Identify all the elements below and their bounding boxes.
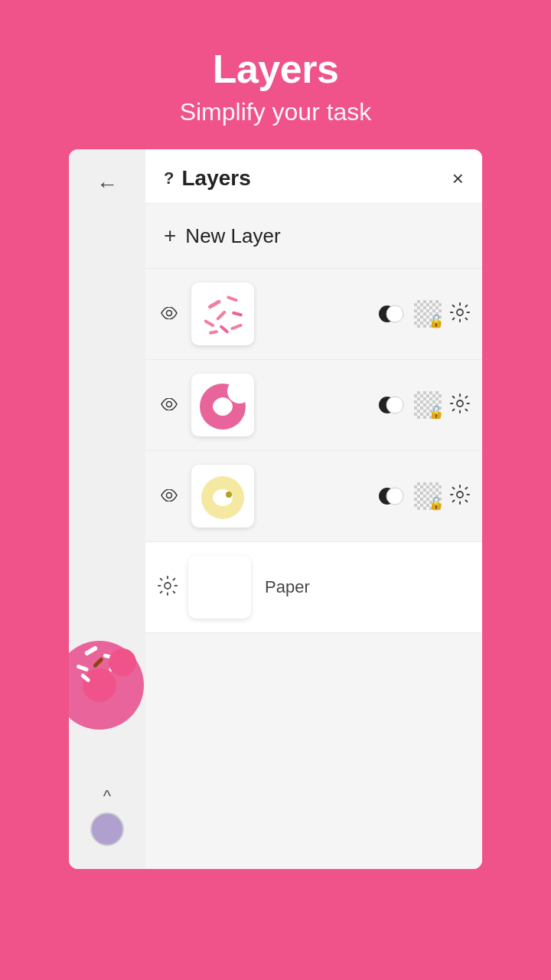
- transparency-lock-icon[interactable]: 🔓: [413, 390, 442, 420]
- new-layer-bar[interactable]: + New Layer: [145, 204, 482, 269]
- donut-preview: [69, 593, 145, 746]
- help-icon[interactable]: ?: [164, 168, 174, 188]
- chevron-up-icon[interactable]: ^: [103, 786, 111, 806]
- main-panel: ? Layers × + New Layer: [145, 149, 482, 869]
- svg-point-20: [386, 305, 403, 322]
- svg-point-25: [227, 379, 252, 403]
- svg-point-35: [386, 488, 403, 505]
- eye-icon[interactable]: [158, 305, 181, 323]
- close-button[interactable]: ×: [452, 168, 464, 188]
- header-section: Layers Simplify your task: [0, 0, 551, 149]
- blend-mode-icon[interactable]: [377, 299, 406, 328]
- eye-icon[interactable]: [158, 397, 181, 414]
- settings-icon[interactable]: [450, 485, 470, 508]
- donut-yellow-thumb: [192, 466, 253, 527]
- transparency-lock-icon[interactable]: 🔓: [413, 482, 442, 511]
- svg-point-1: [83, 668, 116, 702]
- sprinkles-thumb: [192, 283, 253, 345]
- svg-point-29: [167, 492, 172, 498]
- settings-icon[interactable]: [450, 302, 470, 326]
- layer-icons-2: 🔓: [377, 390, 470, 420]
- layer-row: 🔓: [145, 360, 482, 451]
- subtitle: Simplify your task: [180, 98, 372, 126]
- left-sidebar: ← ^: [69, 149, 145, 869]
- back-button[interactable]: ←: [96, 172, 118, 197]
- svg-point-28: [386, 397, 403, 413]
- svg-point-21: [167, 401, 172, 407]
- svg-point-8: [109, 648, 136, 676]
- layer-thumbnail-donut-pink[interactable]: [191, 374, 254, 436]
- color-circle[interactable]: [90, 812, 124, 846]
- panel-title-group: ? Layers: [164, 166, 251, 191]
- layer-row: 🔓: [145, 451, 482, 542]
- transparency-lock-icon[interactable]: 🔓: [413, 299, 442, 328]
- layer-thumbnail-paper[interactable]: [188, 556, 251, 619]
- layer-row-paper: Paper: [145, 542, 482, 633]
- layer-thumbnail-donut-yellow[interactable]: [191, 465, 254, 528]
- settings-icon-paper[interactable]: [158, 576, 178, 599]
- device-container: ← ^: [69, 149, 482, 869]
- layers-list: 🔓: [145, 269, 482, 869]
- svg-point-26: [213, 398, 233, 415]
- sidebar-bottom: ^: [90, 786, 124, 846]
- plus-icon: +: [164, 224, 176, 248]
- layer-icons-3: 🔓: [377, 482, 470, 511]
- panel-title: Layers: [181, 166, 250, 191]
- settings-icon[interactable]: [450, 394, 470, 417]
- layer-icons-1: 🔓: [377, 299, 470, 328]
- blend-mode-icon[interactable]: [377, 482, 406, 511]
- layer-row: 🔓: [145, 269, 482, 360]
- new-layer-text: New Layer: [185, 224, 280, 248]
- svg-point-33: [226, 492, 232, 498]
- blend-mode-icon[interactable]: [377, 390, 406, 420]
- donut-illustration: [69, 593, 145, 746]
- panel-header: ? Layers ×: [145, 149, 482, 204]
- donut-pink-thumb: [192, 374, 253, 436]
- layer-thumbnail-sprinkles[interactable]: [191, 283, 254, 345]
- main-title: Layers: [213, 46, 339, 92]
- eye-icon[interactable]: [158, 488, 181, 505]
- svg-point-9: [167, 310, 172, 315]
- paper-label: Paper: [265, 577, 310, 597]
